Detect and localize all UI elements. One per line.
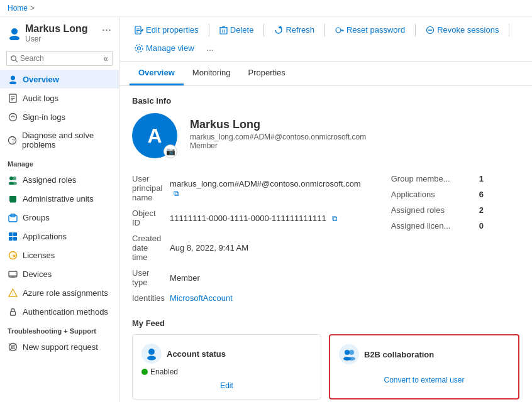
stat-label-apps: Applications bbox=[391, 187, 479, 202]
nav-groups[interactable]: Groups bbox=[0, 208, 119, 227]
nav-overview[interactable]: Overview bbox=[0, 70, 119, 89]
edit-btn-label: Edit properties bbox=[146, 25, 199, 35]
nav-admin-units[interactable]: Administrative units bbox=[0, 189, 119, 208]
search-box[interactable]: « bbox=[6, 51, 113, 66]
revoke-icon bbox=[426, 26, 435, 35]
nav-applications[interactable]: Applications bbox=[0, 227, 119, 246]
nav-signin-logs[interactable]: Sign-in logs bbox=[0, 107, 119, 126]
camera-icon[interactable]: 📷 bbox=[163, 144, 177, 158]
breadcrumb-home[interactable]: Home bbox=[8, 4, 28, 13]
stat-row: Assigned roles 2 bbox=[391, 202, 529, 218]
stat-label-roles: Assigned roles bbox=[391, 202, 479, 218]
nav-apps-label: Applications bbox=[23, 232, 67, 241]
sidebar-subtitle: User bbox=[25, 35, 88, 43]
svg-point-60 bbox=[345, 350, 350, 355]
copy-upn-icon[interactable]: ⧉ bbox=[174, 189, 179, 198]
account-status-icon bbox=[141, 344, 162, 364]
field-value-usertype: Member bbox=[170, 265, 366, 290]
collapse-icon[interactable]: « bbox=[103, 53, 108, 63]
b2b-title: B2B collaboration bbox=[364, 350, 434, 359]
roles-icon bbox=[8, 175, 18, 185]
account-status-card: Account status Enabled Edit bbox=[132, 334, 321, 399]
nav-azure-label: Azure role assignments bbox=[23, 288, 108, 298]
tab-properties[interactable]: Properties bbox=[240, 62, 294, 85]
sidebar-user-icon: Markus Long User bbox=[8, 23, 88, 43]
tab-monitoring[interactable]: Monitoring bbox=[184, 62, 240, 85]
key-icon bbox=[335, 26, 344, 35]
nav-audit-label: Audit logs bbox=[23, 94, 58, 103]
convert-external-link[interactable]: Convert to external user bbox=[339, 376, 509, 384]
user-avatar: A 📷 bbox=[132, 113, 177, 158]
groups-icon bbox=[8, 212, 18, 222]
nav-diagnose[interactable]: ? Diagnose and solve problems bbox=[0, 126, 119, 154]
nav-auth-methods[interactable]: Authentication methods bbox=[0, 302, 119, 321]
account-status-value: Enabled bbox=[150, 367, 178, 376]
b2b-collab-card: B2B collaboration Convert to external us… bbox=[329, 334, 519, 399]
table-row: Created date time Aug 8, 2022, 9:41 AM bbox=[132, 231, 366, 265]
manage-view-button[interactable]: Manage view bbox=[130, 40, 199, 56]
svg-rect-44 bbox=[220, 28, 227, 34]
search-input[interactable] bbox=[20, 54, 101, 63]
refresh-btn-label: Refresh bbox=[285, 25, 314, 35]
refresh-button[interactable]: Refresh bbox=[269, 22, 319, 38]
nav-devices-label: Devices bbox=[23, 269, 52, 279]
nav-assigned-roles[interactable]: Assigned roles bbox=[0, 170, 119, 189]
auth-icon bbox=[8, 307, 18, 317]
copy-oid-icon[interactable]: ⧉ bbox=[332, 214, 338, 223]
content-area: Edit properties Delete Refresh Reset pas… bbox=[119, 17, 532, 402]
manage-view-btn-label: Manage view bbox=[146, 43, 194, 53]
stat-value-apps[interactable]: 6 bbox=[479, 187, 529, 202]
overview-icon bbox=[8, 74, 18, 84]
support-icon bbox=[8, 342, 18, 352]
revoke-sessions-button[interactable]: Revoke sessions bbox=[421, 22, 504, 38]
stat-row: Group membe... 1 bbox=[391, 171, 529, 187]
svg-point-1 bbox=[9, 36, 19, 40]
svg-rect-30 bbox=[11, 276, 14, 278]
svg-text:★: ★ bbox=[11, 253, 16, 259]
edit-account-link[interactable]: Edit bbox=[141, 381, 312, 390]
stat-value-licenses[interactable]: 0 bbox=[479, 218, 529, 234]
svg-point-5 bbox=[9, 81, 16, 84]
nav-roles-label: Assigned roles bbox=[23, 175, 76, 185]
svg-rect-25 bbox=[13, 237, 17, 241]
table-row: Object ID 11111111-0000-1111-0000-111111… bbox=[132, 205, 366, 231]
table-row: Identities MicrosoftAccount bbox=[132, 290, 366, 306]
reset-pwd-btn-label: Reset password bbox=[346, 25, 405, 35]
stat-row: Assigned licen... 0 bbox=[391, 218, 529, 234]
sidebar: Markus Long User ··· « Overview bbox=[0, 17, 119, 402]
reset-password-button[interactable]: Reset password bbox=[330, 22, 410, 38]
nav-audit-logs[interactable]: Audit logs bbox=[0, 89, 119, 107]
more-button[interactable]: ... bbox=[202, 40, 219, 56]
sidebar-more-icon[interactable]: ··· bbox=[102, 23, 111, 36]
svg-point-14 bbox=[13, 177, 16, 180]
field-value-identities[interactable]: MicrosoftAccount bbox=[170, 290, 366, 306]
nav-licenses[interactable]: ★ Licenses bbox=[0, 246, 119, 264]
nav-azure-roles[interactable]: ! Azure role assignments bbox=[0, 283, 119, 302]
svg-line-3 bbox=[15, 60, 17, 62]
tab-overview[interactable]: Overview bbox=[130, 62, 184, 85]
revoke-btn-label: Revoke sessions bbox=[437, 25, 499, 35]
field-label-identities: Identities bbox=[132, 290, 170, 306]
apps-icon bbox=[8, 231, 18, 241]
svg-rect-22 bbox=[9, 232, 13, 236]
svg-point-2 bbox=[11, 55, 16, 60]
toolbar: Edit properties Delete Refresh Reset pas… bbox=[119, 17, 532, 62]
stat-value-roles[interactable]: 2 bbox=[479, 202, 529, 218]
refresh-icon bbox=[274, 26, 283, 35]
delete-button[interactable]: Delete bbox=[214, 22, 259, 38]
svg-point-63 bbox=[348, 357, 355, 361]
nav-admin-label: Administrative units bbox=[23, 194, 94, 204]
nav-devices[interactable]: Devices bbox=[0, 264, 119, 283]
edit-properties-button[interactable]: Edit properties bbox=[130, 22, 204, 38]
nav-overview-label: Overview bbox=[23, 75, 59, 84]
svg-rect-28 bbox=[9, 271, 17, 277]
stat-value-groups[interactable]: 1 bbox=[479, 171, 529, 187]
nav-new-support[interactable]: New support request bbox=[0, 337, 119, 356]
admin-icon bbox=[8, 193, 18, 204]
tabs-container: Overview Monitoring Properties bbox=[119, 62, 532, 86]
devices-icon bbox=[8, 269, 18, 279]
svg-text:!: ! bbox=[12, 291, 13, 296]
signin-icon bbox=[8, 112, 18, 122]
diagnose-icon: ? bbox=[8, 135, 17, 145]
table-row: User principal name markus_long.com#ADM#… bbox=[132, 171, 366, 205]
